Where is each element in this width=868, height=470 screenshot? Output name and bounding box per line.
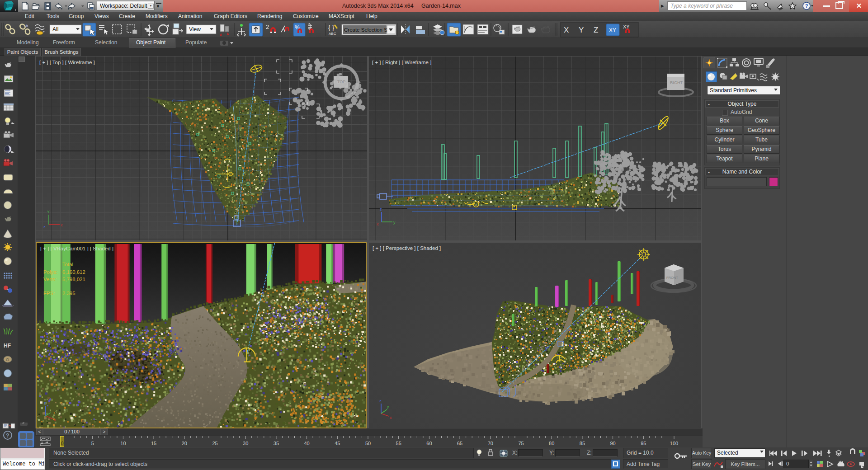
svg-text:2.395: 2.395 [62,291,75,296]
svg-text:x: x [377,222,379,226]
svg-text:Polys:: Polys: [43,269,57,275]
svg-text:6,160,612: 6,160,612 [62,269,85,275]
svg-text:100: 100 [670,441,678,446]
svg-text:RIGHT: RIGHT [670,80,683,85]
svg-text:55: 55 [396,441,401,446]
svg-text:80: 80 [549,441,554,446]
svg-text:5,798,021: 5,798,021 [62,277,85,282]
svg-text:50: 50 [365,441,371,446]
svg-text:2: 2 [266,24,269,30]
svg-text:View: View [189,26,201,33]
svg-text:O: O [6,357,9,362]
svg-text:25: 25 [212,441,217,446]
svg-text:?: ? [6,432,9,439]
svg-text:XY: XY [609,27,616,33]
svg-text:FRONT: FRONT [666,276,678,280]
svg-text:40: 40 [304,441,309,446]
svg-text:X: X [564,26,569,34]
svg-text:20: 20 [182,441,187,446]
svg-text:Total: Total [62,262,73,267]
svg-text:z: z [379,399,382,403]
svg-text:Y: Y [579,26,584,34]
svg-text:Y: Y [47,210,50,214]
svg-text:5: 5 [91,441,94,446]
svg-text:60: 60 [426,441,432,446]
svg-text:90: 90 [610,441,615,446]
svg-text:All: All [52,26,58,33]
svg-text:85: 85 [580,441,585,446]
svg-text:Z: Z [594,26,598,34]
svg-text:x: x [61,223,63,227]
svg-text:70: 70 [488,441,493,446]
svg-text:y: y [393,220,396,225]
svg-text:[ + ] [ Right ] [ Wireframe ]: [ + ] [ Right ] [ Wireframe ] [372,60,431,65]
svg-text:35: 35 [274,441,279,446]
svg-text:?: ? [805,3,808,9]
svg-text:30: 30 [243,441,248,446]
svg-text:z: z [380,207,382,212]
svg-text:95: 95 [641,441,646,446]
svg-text:y: y [387,404,389,409]
svg-text:XY: XY [623,24,630,29]
svg-text:z: z [44,401,46,405]
svg-text:HF: HF [4,343,11,349]
svg-text:10: 10 [120,441,126,446]
svg-text:z: z [43,225,46,229]
svg-text:x: x [54,418,56,422]
svg-text:75: 75 [518,441,524,446]
svg-text:[ + ] [ VRayCam001 ] [ Shaded: [ + ] [ VRayCam001 ] [ Shaded ] [40,246,113,251]
svg-text:x: x [390,415,392,420]
svg-text:Create Selection Se: Create Selection Se [344,27,390,33]
svg-text:45: 45 [335,441,340,446]
svg-text:15: 15 [151,441,156,446]
svg-text:{ }: { } [328,24,335,31]
svg-text:FPS:: FPS: [43,291,55,296]
svg-text:❄: ❄ [25,24,28,28]
svg-text:TOP: TOP [337,80,345,84]
svg-text:65: 65 [457,441,462,446]
svg-text:Verts:: Verts: [43,277,57,282]
svg-text:[ + ] [ Perspective ] [ Shaded: [ + ] [ Perspective ] [ Shaded ] [373,245,441,251]
svg-text:ABC: ABC [329,32,336,36]
svg-text:[ + ] [ Top ] [ Wireframe ]: [ + ] [ Top ] [ Wireframe ] [39,60,95,65]
